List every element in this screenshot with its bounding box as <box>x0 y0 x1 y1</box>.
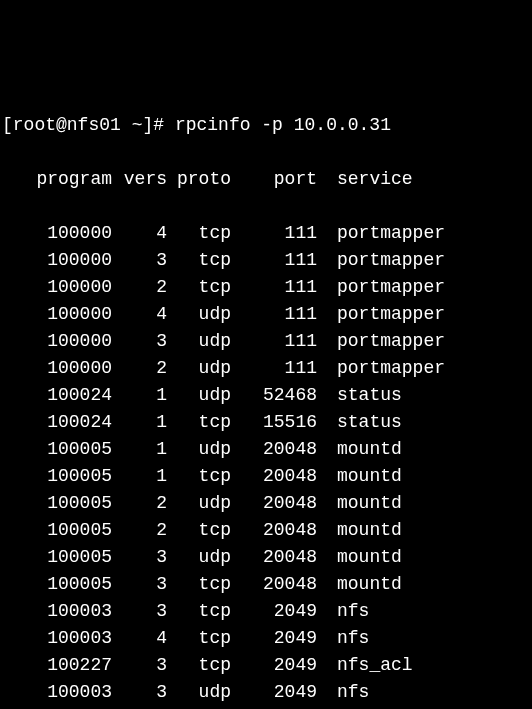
col-header-vers: vers <box>112 166 167 193</box>
cell-proto: udp <box>167 301 237 328</box>
cell-program: 100000 <box>2 301 112 328</box>
cell-proto: udp <box>167 490 237 517</box>
cell-proto: udp <box>167 436 237 463</box>
cell-program: 100227 <box>2 652 112 679</box>
cell-service: portmapper <box>317 220 445 247</box>
cell-port: 111 <box>237 301 317 328</box>
table-row: 1000004tcp111portmapper <box>2 220 530 247</box>
table-row: 1000052tcp20048mountd <box>2 517 530 544</box>
cell-program: 100005 <box>2 463 112 490</box>
table-row: 1000004udp111portmapper <box>2 301 530 328</box>
table-row: 1000051udp20048mountd <box>2 436 530 463</box>
table-row: 1002273tcp2049nfs_acl <box>2 652 530 679</box>
cell-program: 100003 <box>2 625 112 652</box>
cell-vers: 4 <box>112 220 167 247</box>
col-header-port: port <box>237 166 317 193</box>
prompt-user-host: root@nfs01 <box>13 115 121 135</box>
cell-proto: udp <box>167 679 237 706</box>
table-row: 1000002udp111portmapper <box>2 355 530 382</box>
cell-program: 100005 <box>2 517 112 544</box>
cell-vers: 2 <box>112 490 167 517</box>
cell-vers: 1 <box>112 463 167 490</box>
cell-port: 20048 <box>237 490 317 517</box>
table-row: 1000002tcp111portmapper <box>2 274 530 301</box>
cell-service: portmapper <box>317 301 445 328</box>
cell-port: 20048 <box>237 544 317 571</box>
cell-proto: tcp <box>167 652 237 679</box>
table-row: 1000052udp20048mountd <box>2 490 530 517</box>
table-row: 1000241udp52468status <box>2 382 530 409</box>
table-row: 1000051tcp20048mountd <box>2 463 530 490</box>
cell-port: 15516 <box>237 409 317 436</box>
cell-proto: tcp <box>167 274 237 301</box>
cell-service: mountd <box>317 544 402 571</box>
cell-program: 100000 <box>2 247 112 274</box>
cell-port: 2049 <box>237 625 317 652</box>
cell-service: portmapper <box>317 355 445 382</box>
prompt-command: rpcinfo -p 10.0.0.31 <box>175 115 391 135</box>
cell-program: 100005 <box>2 544 112 571</box>
cell-vers: 3 <box>112 328 167 355</box>
cell-service: mountd <box>317 571 402 598</box>
cell-service: nfs <box>317 679 369 706</box>
cell-vers: 2 <box>112 355 167 382</box>
cell-program: 100000 <box>2 355 112 382</box>
cell-service: mountd <box>317 517 402 544</box>
cell-proto: tcp <box>167 517 237 544</box>
table-row: 1000053tcp20048mountd <box>2 571 530 598</box>
cell-program: 100003 <box>2 679 112 706</box>
table-row: 1000033tcp2049nfs <box>2 598 530 625</box>
cell-vers: 1 <box>112 436 167 463</box>
cell-port: 111 <box>237 355 317 382</box>
cell-vers: 1 <box>112 409 167 436</box>
prompt-symbol: # <box>153 115 164 135</box>
terminal-prompt-line[interactable]: [root@nfs01 ~]# rpcinfo -p 10.0.0.31 <box>2 112 530 139</box>
col-header-program: program <box>2 166 112 193</box>
col-header-proto: proto <box>167 166 237 193</box>
cell-vers: 4 <box>112 625 167 652</box>
cell-port: 111 <box>237 328 317 355</box>
cell-service: mountd <box>317 436 402 463</box>
cell-proto: tcp <box>167 571 237 598</box>
cell-proto: udp <box>167 382 237 409</box>
cell-vers: 3 <box>112 652 167 679</box>
table-row: 1000003tcp111portmapper <box>2 247 530 274</box>
cell-port: 111 <box>237 274 317 301</box>
cell-program: 100024 <box>2 409 112 436</box>
table-row: 1000053udp20048mountd <box>2 544 530 571</box>
cell-program: 100005 <box>2 490 112 517</box>
cell-port: 20048 <box>237 463 317 490</box>
cell-program: 100003 <box>2 598 112 625</box>
cell-program: 100000 <box>2 328 112 355</box>
cell-vers: 4 <box>112 301 167 328</box>
cell-proto: tcp <box>167 409 237 436</box>
cell-service: mountd <box>317 463 402 490</box>
cell-vers: 3 <box>112 679 167 706</box>
table-body: 1000004tcp111portmapper1000003tcp111port… <box>2 220 530 709</box>
cell-program: 100005 <box>2 436 112 463</box>
cell-vers: 2 <box>112 517 167 544</box>
cell-port: 2049 <box>237 598 317 625</box>
cell-port: 111 <box>237 220 317 247</box>
cell-proto: tcp <box>167 220 237 247</box>
table-row: 1000003udp111portmapper <box>2 328 530 355</box>
cell-port: 2049 <box>237 679 317 706</box>
cell-program: 100000 <box>2 274 112 301</box>
cell-proto: tcp <box>167 598 237 625</box>
cell-port: 111 <box>237 247 317 274</box>
cell-vers: 3 <box>112 598 167 625</box>
cell-port: 20048 <box>237 517 317 544</box>
cell-service: status <box>317 409 402 436</box>
cell-vers: 3 <box>112 544 167 571</box>
cell-port: 52468 <box>237 382 317 409</box>
cell-port: 2049 <box>237 652 317 679</box>
cell-service: mountd <box>317 490 402 517</box>
cell-proto: udp <box>167 355 237 382</box>
cell-port: 20048 <box>237 571 317 598</box>
cell-service: nfs_acl <box>317 652 413 679</box>
cell-proto: tcp <box>167 463 237 490</box>
cell-port: 20048 <box>237 436 317 463</box>
table-header-row: programversprotoportservice <box>2 166 530 193</box>
cell-proto: tcp <box>167 247 237 274</box>
cell-service: portmapper <box>317 328 445 355</box>
